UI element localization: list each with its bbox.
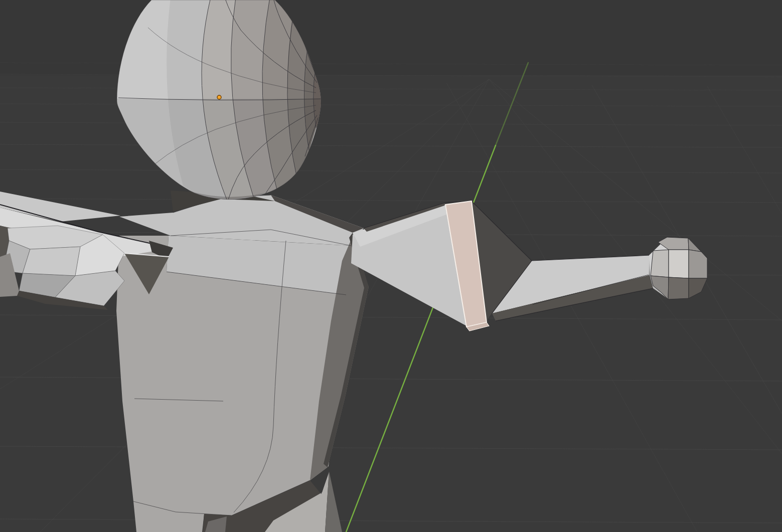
mesh-face[interactable] <box>651 250 669 277</box>
mesh-face[interactable] <box>23 247 80 276</box>
origin-dot-circle[interactable] <box>217 95 221 99</box>
mesh-face[interactable] <box>668 277 689 299</box>
mesh-face[interactable] <box>669 250 689 278</box>
viewport-3d[interactable] <box>0 0 782 532</box>
origin-dot[interactable] <box>217 95 221 99</box>
viewport-canvas[interactable] <box>0 0 782 532</box>
torso-mesh[interactable] <box>116 191 369 532</box>
